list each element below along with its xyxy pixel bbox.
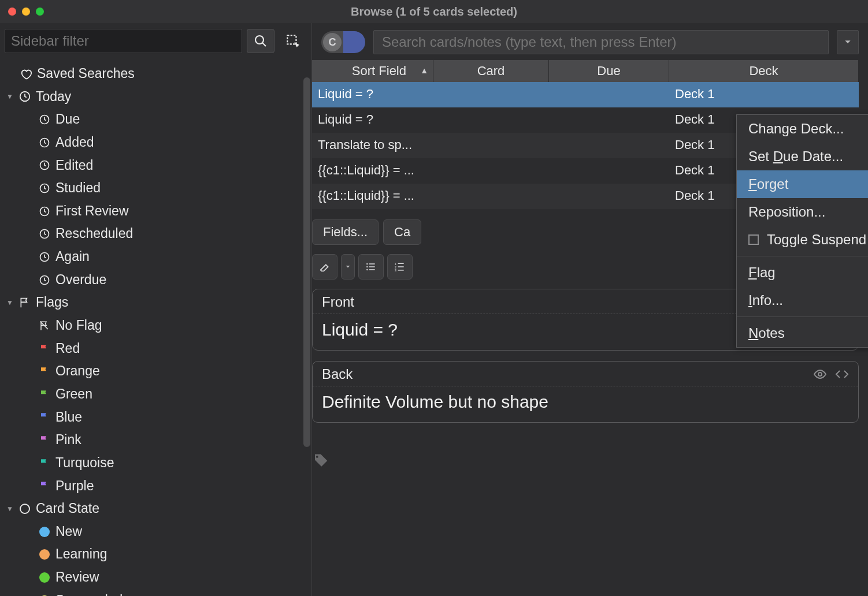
clock-icon	[38, 159, 51, 171]
sidebar-selection-tool-button[interactable]	[279, 29, 307, 53]
sidebar-item-today-edited[interactable]: Edited	[2, 154, 309, 177]
sidebar-item-flag-no-flag[interactable]: No Flag	[2, 314, 309, 337]
sidebar-item-today-due[interactable]: Due	[2, 108, 309, 131]
menu-item-set-due-date[interactable]: Set Due Date...⇧⌘D	[737, 143, 868, 170]
cell-due	[549, 133, 669, 158]
sidebar-scrollbar[interactable]	[303, 77, 310, 447]
clock-icon	[38, 182, 51, 194]
menu-item-label: Toggle Suspend	[767, 232, 866, 248]
unordered-list-button[interactable]	[358, 254, 384, 280]
menu-item-label: Flag	[748, 265, 776, 281]
flag-icon	[38, 344, 51, 354]
circle-icon	[18, 504, 31, 514]
ordered-list-button[interactable]: 123	[387, 254, 413, 280]
sidebar-item-state-new[interactable]: New	[2, 520, 309, 543]
sidebar-label: Turquoise	[55, 453, 114, 474]
column-card[interactable]: Card	[433, 60, 549, 82]
sidebar-label: Card State	[36, 498, 99, 519]
sidebar-label: Red	[55, 338, 80, 359]
flag-icon	[18, 297, 31, 308]
sidebar-item-today-first-review[interactable]: First Review	[2, 200, 309, 223]
sidebar-label: Purple	[55, 476, 94, 497]
sidebar-item-state-learning[interactable]: Learning	[2, 543, 309, 566]
eraser-button[interactable]	[312, 254, 337, 280]
svg-text:3: 3	[395, 269, 396, 272]
sidebar-label: Rescheduled	[55, 224, 133, 244]
sidebar-label: Due	[55, 109, 80, 130]
search-input[interactable]	[373, 30, 829, 54]
sidebar-item-today-studied[interactable]: Studied	[2, 177, 309, 200]
flag-icon	[38, 480, 51, 491]
sidebar-item-flag-blue[interactable]: Blue	[2, 406, 309, 429]
disclosure-triangle-icon[interactable]: ▼	[6, 297, 14, 308]
menu-item-forget[interactable]: Forget⌥⌘N	[737, 170, 868, 198]
svg-point-18	[366, 269, 368, 271]
tags-row[interactable]	[312, 453, 859, 470]
selection-tool-icon	[285, 33, 301, 49]
sidebar-label: Pink	[55, 430, 81, 450]
cell-card	[433, 184, 549, 209]
menu-item-notes[interactable]: Notes▶	[737, 319, 868, 347]
svg-point-16	[366, 266, 368, 268]
sidebar-search-button[interactable]	[247, 29, 275, 53]
sidebar-item-today[interactable]: ▼ Today	[2, 85, 309, 109]
sidebar-item-flag-turquoise[interactable]: Turquoise	[2, 452, 309, 475]
column-sort-field[interactable]: Sort Field ▲	[312, 60, 433, 82]
search-icon	[254, 34, 268, 48]
cell-card	[433, 107, 549, 133]
cell-card	[433, 82, 549, 107]
menu-item-flag[interactable]: Flag▶	[737, 259, 868, 286]
sidebar-item-today-rescheduled[interactable]: Rescheduled	[2, 222, 309, 245]
cards-button-partial[interactable]: Ca	[383, 219, 421, 245]
sidebar-filter-input[interactable]	[5, 29, 242, 53]
sidebar-label: Saved Searches	[37, 64, 135, 84]
status-dot-icon	[38, 527, 51, 537]
clock-icon	[38, 137, 51, 148]
sidebar-item-flag-green[interactable]: Green	[2, 383, 309, 406]
toggle-visibility-button[interactable]	[813, 367, 827, 381]
sidebar-item-today-overdue[interactable]: Overdue	[2, 269, 309, 292]
cards-notes-toggle[interactable]: C	[321, 31, 365, 53]
sidebar-item-today-added[interactable]: Added	[2, 131, 309, 154]
menu-item-reposition[interactable]: Reposition...⇧⌘S	[737, 198, 868, 226]
cell-sort-field: {{c1::Liquid}} = ...	[312, 158, 433, 184]
menu-item-change-deck[interactable]: Change Deck...⌘D	[737, 115, 868, 143]
svg-point-0	[255, 36, 264, 44]
disclosure-triangle-icon[interactable]: ▼	[6, 91, 14, 102]
sidebar-label: First Review	[55, 201, 129, 222]
menu-item-toggle-suspend[interactable]: Toggle Suspend⌘J	[737, 226, 868, 254]
table-row[interactable]: Liquid = ?Deck 1	[312, 82, 859, 107]
column-due[interactable]: Due	[549, 60, 669, 82]
sidebar-item-flag-purple[interactable]: Purple	[2, 475, 309, 498]
sidebar-label: Again	[55, 247, 90, 267]
svg-rect-17	[369, 266, 375, 267]
menu-item-info[interactable]: Info...⇧⌘I	[737, 286, 868, 314]
sidebar-item-state-suspended[interactable]: Suspended	[2, 589, 309, 596]
fields-button[interactable]: Fields...	[312, 219, 379, 245]
sidebar-item-flag-pink[interactable]: Pink	[2, 429, 309, 452]
html-editor-button[interactable]	[835, 367, 849, 381]
search-history-dropdown[interactable]	[837, 30, 859, 54]
cell-due	[549, 107, 669, 133]
sidebar-item-flag-orange[interactable]: Orange	[2, 360, 309, 383]
column-deck[interactable]: Deck	[669, 60, 859, 82]
svg-line-1	[262, 43, 266, 46]
sidebar-label: Learning	[55, 544, 107, 565]
list-ol-icon: 123	[394, 261, 406, 273]
flag-icon	[38, 412, 51, 422]
cell-sort-field: Liquid = ?	[312, 107, 433, 133]
back-value[interactable]: Definite Volume but no shape	[313, 386, 858, 422]
sidebar-item-card-state[interactable]: ▼ Card State	[2, 497, 309, 520]
disclosure-triangle-icon[interactable]: ▼	[6, 504, 14, 515]
sidebar-item-saved-searches[interactable]: Saved Searches	[2, 62, 309, 85]
sidebar-label: Edited	[55, 155, 93, 176]
sidebar-item-flag-red[interactable]: Red	[2, 337, 309, 360]
sidebar-label: Added	[55, 132, 94, 153]
sidebar-item-today-again[interactable]: Again	[2, 245, 309, 269]
sidebar-item-flags[interactable]: ▼ Flags	[2, 291, 309, 314]
sidebar-item-state-review[interactable]: Review	[2, 566, 309, 589]
cell-card	[433, 158, 549, 184]
eraser-dropdown[interactable]	[341, 254, 355, 280]
back-label: Back	[322, 366, 353, 382]
sidebar-label: Suspended	[55, 590, 123, 596]
